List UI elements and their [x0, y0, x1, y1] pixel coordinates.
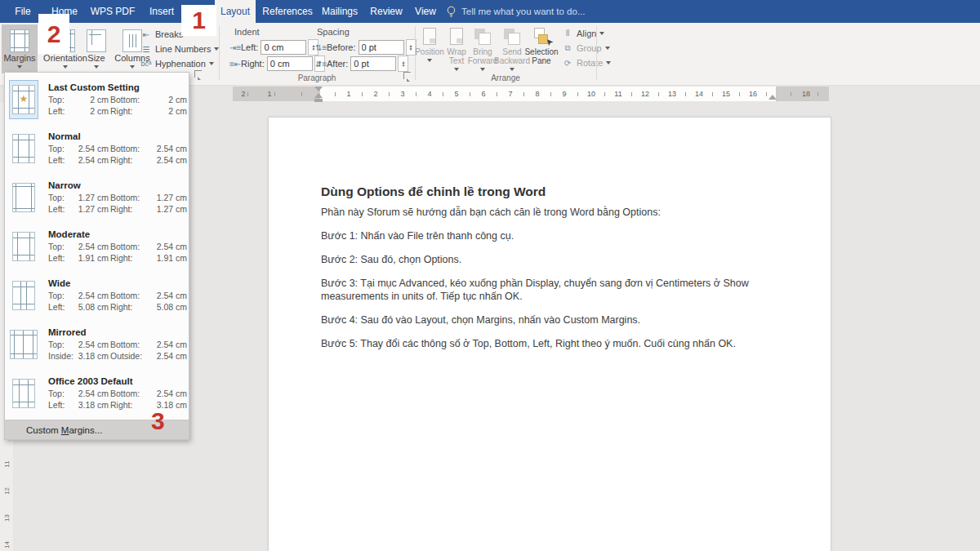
- ribbon-tab[interactable]: Review: [368, 0, 405, 23]
- tell-me-box[interactable]: Tell me what you want to do...: [446, 0, 586, 23]
- line-numbers-button[interactable]: ☰ Line Numbers: [140, 42, 219, 56]
- indent-right-row: ≡⇤ Right: ▲▼: [229, 56, 325, 71]
- margin-preset-icon: [12, 232, 35, 261]
- annotation-step-2-box: 2: [38, 14, 69, 54]
- ribbon-tab[interactable]: View: [411, 0, 440, 23]
- ruler-number: 9: [556, 87, 572, 101]
- margin-preset-item[interactable]: Mirrored Top:2.54 cm Bottom:2.54 cm Insi…: [5, 320, 189, 369]
- arrange-small-icon: ⟳: [562, 59, 573, 68]
- size-button[interactable]: Size: [82, 24, 111, 73]
- margin-preset-icon-cell: [9, 129, 38, 168]
- breaks-button[interactable]: ⇤ Breaks: [140, 28, 183, 41]
- ruler-number: 12: [637, 87, 653, 101]
- margin-preset-icon-cell: [9, 178, 38, 217]
- ribbon-tab[interactable]: File: [7, 0, 39, 23]
- ribbon-tab[interactable]: Layout: [215, 0, 256, 23]
- hanging-indent-triangle: [314, 93, 323, 98]
- orientation-label: Orientation: [43, 54, 87, 63]
- margins-label: Margins: [3, 54, 35, 63]
- document-paragraph: Phần này Sforum sẽ hướng dẫn bạn cách că…: [321, 206, 778, 219]
- arrange-small-button[interactable]: ⟳ Rotate: [562, 56, 611, 69]
- margin-preset-item[interactable]: Wide Top:2.54 cm Bottom:2.54 cm Left:5.0…: [5, 271, 189, 320]
- ruler-number: 14: [3, 537, 11, 551]
- custom-margins-label: Custom Margins...: [26, 425, 102, 435]
- dropdown-arrow-icon: [606, 61, 611, 64]
- arrange-group-label: Arrange: [473, 73, 538, 82]
- ruler-number: 18: [798, 87, 814, 101]
- hanging-indent-marker[interactable]: [314, 93, 323, 102]
- margins-dropdown-items: Last Custom Setting Top:2 cm Bottom:2 cm…: [5, 75, 189, 418]
- paragraph-dialog-launcher[interactable]: [403, 72, 411, 79]
- arrange-button[interactable]: ➤ Selection Pane: [526, 26, 557, 73]
- arrange-button[interactable]: Send Backward: [497, 26, 528, 73]
- ruler-text-segment: 12345678910111213141516: [320, 87, 776, 101]
- margin-preset-values-row1: Top:1.27 cm Bottom:1.27 cm: [48, 192, 189, 203]
- ruler-number: 11: [3, 456, 11, 473]
- ruler-number: 10: [583, 87, 599, 101]
- document-page[interactable]: Dùng Options để chỉnh lề trong Word Phần…: [268, 117, 831, 551]
- ribbon-tab[interactable]: Mailings: [318, 0, 361, 23]
- indent-left-input[interactable]: [261, 40, 306, 55]
- margin-preset-icon-cell: [9, 80, 38, 119]
- margin-preset-name: Wide: [48, 278, 189, 288]
- margin-preset-text: Mirrored Top:2.54 cm Bottom:2.54 cm Insi…: [48, 327, 189, 362]
- cursor-icon: ➤: [542, 36, 555, 48]
- margins-button[interactable]: Margins: [2, 24, 38, 73]
- annotation-step-3: 3: [151, 409, 165, 433]
- dropdown-arrow-icon: [427, 59, 432, 62]
- breaks-label: Breaks: [155, 29, 183, 39]
- margin-preset-values-row2: Left:2.54 cm Right:2.54 cm: [48, 154, 189, 166]
- arrange-small-label: Rotate: [577, 58, 603, 68]
- spacing-before-icon: ⇅≡: [315, 43, 327, 52]
- right-indent-marker[interactable]: [768, 95, 777, 100]
- dropdown-arrow-icon: [130, 65, 135, 69]
- columns-icon: [122, 29, 142, 52]
- document-paragraphs: Phần này Sforum sẽ hướng dẫn bạn cách că…: [321, 206, 778, 350]
- hyphenation-button[interactable]: bc̄ᵃ Hyphenation: [140, 57, 214, 70]
- arrange-small-icon: ⧉: [562, 43, 573, 53]
- spacing-section-label: Spacing: [317, 27, 350, 37]
- margin-preset-text: Narrow Top:1.27 cm Bottom:1.27 cm Left:1…: [48, 180, 189, 215]
- dropdown-arrow-icon: [605, 47, 610, 50]
- document-paragraph: Bước 2: Sau đó, chọn Options.: [321, 253, 778, 266]
- margin-preset-values-row1: Top:2.54 cm Bottom:2.54 cm: [48, 143, 189, 154]
- ruler-number: 4: [421, 87, 438, 101]
- margin-preset-name: Moderate: [48, 229, 189, 239]
- margin-preset-icon: [12, 134, 35, 163]
- ribbon-tab[interactable]: Insert: [144, 0, 180, 23]
- first-line-indent-marker[interactable]: [314, 87, 323, 91]
- margin-preset-item[interactable]: Normal Top:2.54 cm Bottom:2.54 cm Left:2…: [5, 124, 189, 173]
- margin-preset-text: Wide Top:2.54 cm Bottom:2.54 cm Left:5.0…: [48, 278, 189, 313]
- spacing-after-input[interactable]: [350, 56, 396, 71]
- margin-preset-item[interactable]: Moderate Top:2.54 cm Bottom:2.54 cm Left…: [5, 222, 189, 271]
- annotation-step-2: 2: [47, 22, 61, 47]
- line-numbers-label: Line Numbers: [155, 44, 211, 54]
- arrange-small-button[interactable]: ⫴ Align: [562, 27, 604, 40]
- page-size-icon: [87, 29, 106, 52]
- indent-left-icon: ⇥≡: [229, 43, 241, 52]
- arrange-button-icon: [474, 28, 492, 46]
- margin-preset-icon-cell: [9, 325, 38, 364]
- ruler-right-margin-segment: 18: [776, 87, 829, 101]
- ribbon-tab[interactable]: WPS PDF: [88, 0, 137, 23]
- ruler-number: 6: [475, 87, 492, 101]
- indent-section-label: Indent: [234, 27, 260, 37]
- arrange-button[interactable]: Position: [415, 26, 444, 73]
- ruler-number: 13: [664, 87, 680, 101]
- group-separator: [596, 26, 597, 80]
- margin-preset-values-row1: Top:2.54 cm Bottom:2.54 cm: [48, 339, 189, 350]
- arrange-small-button[interactable]: ⧉ Group: [562, 42, 610, 55]
- ribbon-tab[interactable]: References: [261, 0, 314, 23]
- margin-preset-item[interactable]: Last Custom Setting Top:2 cm Bottom:2 cm…: [5, 75, 189, 124]
- spacing-after-label: After:: [327, 59, 348, 69]
- arrange-button-icon: [421, 28, 439, 46]
- tell-me-label: Tell me what you want to do...: [461, 7, 586, 16]
- size-label: Size: [87, 54, 105, 63]
- margin-preset-name: Mirrored: [48, 327, 189, 337]
- margin-preset-item[interactable]: Narrow Top:1.27 cm Bottom:1.27 cm Left:1…: [5, 173, 189, 222]
- spacing-after-stepper[interactable]: ▲▼: [398, 56, 408, 72]
- horizontal-ruler: 21 12345678910111213141516 18: [233, 87, 829, 101]
- indent-right-input[interactable]: [267, 56, 313, 71]
- spacing-before-input[interactable]: [359, 40, 404, 55]
- page-setup-dialog-launcher[interactable]: [194, 70, 202, 78]
